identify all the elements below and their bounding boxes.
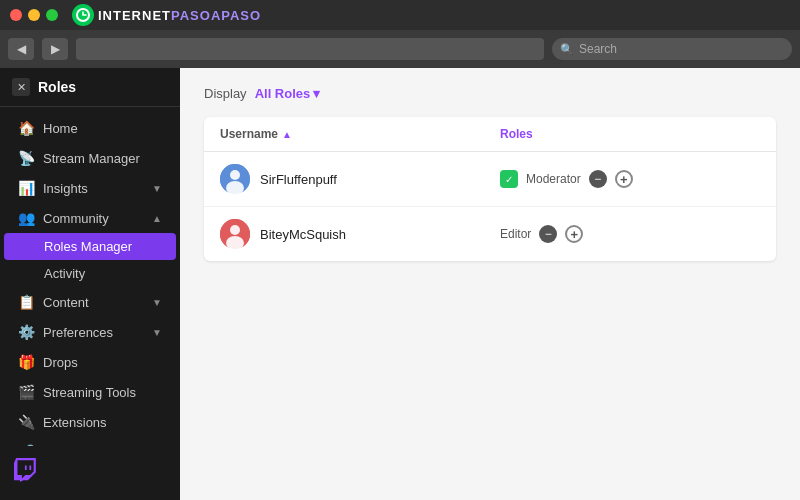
main-layout: ✕ Roles 🏠 Home 📡 Stream Manager 📊 Insigh… — [0, 68, 800, 500]
titlebar: INTERNETPASOAPASO — [0, 0, 800, 30]
sidebar-item-label: Streaming Tools — [43, 385, 162, 400]
filter-dropdown[interactable]: All Roles ▾ — [255, 86, 321, 101]
streaming-tools-icon: 🎬 — [18, 384, 34, 400]
chevron-down-icon: ▼ — [152, 183, 162, 194]
roles-cell: Editor − + — [500, 225, 760, 243]
sidebar-item-label: Content — [43, 295, 143, 310]
sidebar-item-content[interactable]: 📋 Content ▼ — [4, 287, 176, 317]
back-button[interactable]: ◀ — [8, 38, 34, 60]
sidebar-item-streaming-tools[interactable]: 🎬 Streaming Tools — [4, 377, 176, 407]
close-button[interactable] — [10, 9, 22, 21]
stream-manager-icon: 📡 — [18, 150, 34, 166]
logo-text: INTERNETPASOAPASO — [98, 8, 261, 23]
user-cell: SirFluffenpuff — [220, 164, 500, 194]
username: SirFluffenpuff — [260, 172, 337, 187]
sidebar-sub-item-label: Activity — [44, 266, 85, 281]
roles-cell: ✓ Moderator − + — [500, 170, 760, 188]
preferences-icon: ⚙️ — [18, 324, 34, 340]
sidebar-item-roles-manager[interactable]: Roles Manager — [4, 233, 176, 260]
sidebar-close-button[interactable]: ✕ — [12, 78, 30, 96]
forward-button[interactable]: ▶ — [42, 38, 68, 60]
navbar: ◀ ▶ 🔍 Search — [0, 30, 800, 68]
sidebar-title: Roles — [38, 79, 76, 95]
community-icon: 👥 — [18, 210, 34, 226]
extensions-icon: 🔌 — [18, 414, 34, 430]
username: BiteyMcSquish — [260, 227, 346, 242]
sidebar-item-label: Community — [43, 211, 143, 226]
sidebar-item-label: Preferences — [43, 325, 143, 340]
sidebar-item-drops[interactable]: 🎁 Drops — [4, 347, 176, 377]
sidebar-item-extensions[interactable]: 🔌 Extensions — [4, 407, 176, 437]
remove-role-button[interactable]: − — [539, 225, 557, 243]
twitch-logo — [0, 446, 180, 500]
sidebar-item-preferences[interactable]: ⚙️ Preferences ▼ — [4, 317, 176, 347]
add-role-button[interactable]: + — [565, 225, 583, 243]
sidebar-item-label: Insights — [43, 181, 143, 196]
sidebar: ✕ Roles 🏠 Home 📡 Stream Manager 📊 Insigh… — [0, 68, 180, 500]
check-badge: ✓ — [500, 170, 518, 188]
column-header-roles: Roles — [500, 127, 760, 141]
sidebar-item-community[interactable]: 👥 Community ▲ — [4, 203, 176, 233]
column-header-username: Username ▲ — [220, 127, 500, 141]
home-icon: 🏠 — [18, 120, 34, 136]
search-placeholder: Search — [579, 42, 617, 56]
minimize-button[interactable] — [28, 9, 40, 21]
search-icon: 🔍 — [560, 43, 574, 56]
svg-point-5 — [230, 225, 240, 235]
role-label: Editor — [500, 227, 531, 241]
roles-table: Username ▲ Roles — [204, 117, 776, 261]
table-header: Username ▲ Roles — [204, 117, 776, 152]
sidebar-item-label: Stream Manager — [43, 151, 162, 166]
sidebar-item-insights[interactable]: 📊 Insights ▼ — [4, 173, 176, 203]
maximize-button[interactable] — [46, 9, 58, 21]
table-row: SirFluffenpuff ✓ Moderator − + — [204, 152, 776, 207]
avatar — [220, 219, 250, 249]
sidebar-item-label: Drops — [43, 355, 162, 370]
logo: INTERNETPASOAPASO — [72, 4, 261, 26]
sidebar-sub-item-label: Roles Manager — [44, 239, 132, 254]
chevron-down-icon: ▼ — [152, 297, 162, 308]
search-bar[interactable]: 🔍 Search — [552, 38, 792, 60]
sidebar-header: ✕ Roles — [0, 68, 180, 107]
logo-icon — [72, 4, 94, 26]
display-bar: Display All Roles ▾ — [204, 86, 776, 101]
remove-role-button[interactable]: − — [589, 170, 607, 188]
content-icon: 📋 — [18, 294, 34, 310]
avatar — [220, 164, 250, 194]
chevron-up-icon: ▲ — [152, 213, 162, 224]
chevron-down-icon: ▾ — [313, 86, 320, 101]
content-area: Display All Roles ▾ Username ▲ Roles — [180, 68, 800, 500]
sidebar-item-activity[interactable]: Activity — [4, 260, 176, 287]
chevron-down-icon: ▼ — [152, 327, 162, 338]
sort-icon: ▲ — [282, 129, 292, 140]
sidebar-item-label: Home — [43, 121, 162, 136]
add-role-button[interactable]: + — [615, 170, 633, 188]
sidebar-item-label: Extensions — [43, 415, 162, 430]
sidebar-item-home[interactable]: 🏠 Home — [4, 113, 176, 143]
content-inner: Display All Roles ▾ Username ▲ Roles — [180, 68, 800, 279]
sidebar-item-creator-camp[interactable]: 🔗 Creator Camp — [4, 437, 176, 446]
sidebar-nav: 🏠 Home 📡 Stream Manager 📊 Insights ▼ 👥 C… — [0, 107, 180, 446]
role-label: Moderator — [526, 172, 581, 186]
user-cell: BiteyMcSquish — [220, 219, 500, 249]
svg-point-2 — [230, 170, 240, 180]
display-label: Display — [204, 86, 247, 101]
url-bar[interactable] — [76, 38, 544, 60]
insights-icon: 📊 — [18, 180, 34, 196]
table-row: BiteyMcSquish Editor − + — [204, 207, 776, 261]
drops-icon: 🎁 — [18, 354, 34, 370]
sidebar-item-stream-manager[interactable]: 📡 Stream Manager — [4, 143, 176, 173]
